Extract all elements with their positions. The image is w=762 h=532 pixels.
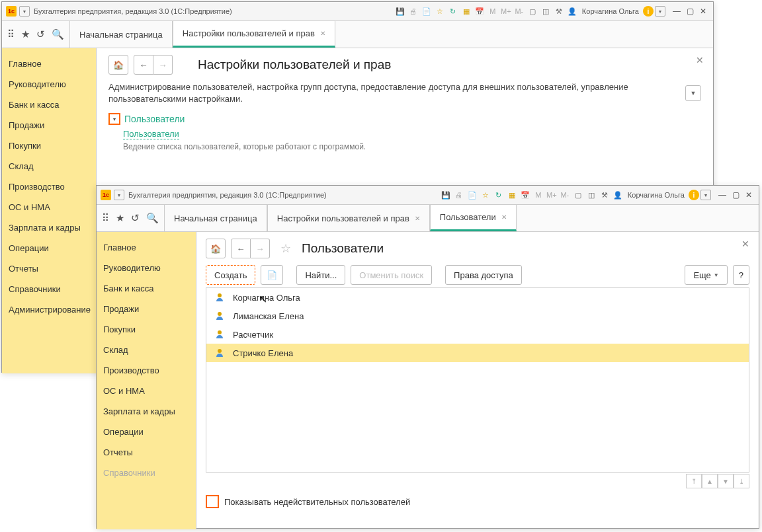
sidebar-item[interactable]: Отчеты xyxy=(2,258,96,279)
grid-icon[interactable]: ⠿ xyxy=(7,28,15,40)
sidebar-item[interactable]: Покупки xyxy=(2,135,96,156)
tab-settings[interactable]: Настройки пользователей и прав✕ xyxy=(267,205,430,231)
calc-icon[interactable]: ▦ xyxy=(506,189,518,201)
create-button[interactable]: Создать xyxy=(206,265,255,285)
copy-button[interactable]: 📄 xyxy=(261,265,283,285)
sidebar-item[interactable]: Продажи xyxy=(97,299,196,319)
info-drop-icon[interactable]: ▼ xyxy=(700,190,711,200)
page-top-button[interactable]: ⤒ xyxy=(686,474,702,488)
tab-settings[interactable]: Настройки пользователей и прав✕ xyxy=(173,21,335,48)
calendar-icon[interactable]: 📅 xyxy=(474,5,486,17)
page-up-button[interactable]: ▲ xyxy=(702,474,718,488)
doc-icon[interactable]: 📄 xyxy=(466,189,478,201)
panels-icon[interactable]: ◫ xyxy=(540,5,552,17)
sidebar-item[interactable]: Администрирование xyxy=(2,299,96,320)
print-icon[interactable]: 🖨 xyxy=(453,189,465,201)
chevron-down-icon[interactable]: ▾ xyxy=(108,113,120,125)
page-down-button[interactable]: ▼ xyxy=(718,474,734,488)
list-item[interactable]: Расчетчик xyxy=(206,325,749,344)
sidebar-item[interactable]: Руководителю xyxy=(97,258,196,278)
window-icon[interactable]: ▢ xyxy=(527,5,538,17)
history-icon[interactable]: ↺ xyxy=(131,212,140,224)
more-button[interactable]: Еще▼ xyxy=(685,265,727,285)
print-icon[interactable]: 🖨 xyxy=(407,5,419,17)
back-button[interactable]: ← xyxy=(134,55,153,75)
help-button[interactable]: ? xyxy=(733,265,749,285)
sidebar-item[interactable]: Главное xyxy=(2,54,96,74)
sidebar-item[interactable]: Банк и касса xyxy=(2,95,96,115)
sidebar-item[interactable]: Операции xyxy=(2,238,96,258)
search-icon[interactable]: 🔍 xyxy=(146,212,159,224)
cancel-search-button[interactable]: Отменить поиск xyxy=(351,265,432,285)
sidebar-item[interactable]: Справочники xyxy=(2,279,96,299)
minimize-button[interactable]: — xyxy=(671,5,683,17)
app-menu-icon[interactable]: ▼ xyxy=(114,190,124,200)
search-icon[interactable]: 🔍 xyxy=(52,28,64,40)
m-icon[interactable]: M xyxy=(532,189,544,201)
minimize-button[interactable]: — xyxy=(716,189,728,201)
show-inactive-checkbox[interactable] xyxy=(206,495,219,508)
list-item[interactable]: Лиманская Елена xyxy=(206,307,749,325)
back-button[interactable]: ← xyxy=(231,239,251,258)
save-icon[interactable]: 💾 xyxy=(440,189,452,201)
close-icon[interactable]: ✕ xyxy=(501,213,507,221)
tool-icon[interactable]: ⚒ xyxy=(599,189,611,201)
sidebar-item[interactable]: Отчеты xyxy=(97,442,196,463)
home-button[interactable]: 🏠 xyxy=(206,239,226,258)
close-button[interactable]: ✕ xyxy=(743,189,755,201)
grid-icon[interactable]: ⠿ xyxy=(102,212,109,224)
sidebar-item[interactable]: Зарплата и кадры xyxy=(2,217,96,238)
star-icon[interactable]: ☆ xyxy=(434,5,446,17)
save-icon[interactable]: 💾 xyxy=(394,5,406,17)
tool-icon[interactable]: ⚒ xyxy=(553,5,565,17)
m-minus-icon[interactable]: M- xyxy=(513,5,525,17)
star-icon[interactable]: ☆ xyxy=(480,189,491,201)
forward-button[interactable]: → xyxy=(153,55,173,75)
sidebar-item[interactable]: Банк и касса xyxy=(97,278,196,299)
m-plus-icon[interactable]: M+ xyxy=(546,189,558,201)
panels-icon[interactable]: ◫ xyxy=(585,189,597,201)
sidebar-item[interactable]: Продажи xyxy=(2,115,96,135)
close-button[interactable]: ✕ xyxy=(697,5,709,17)
m-plus-icon[interactable]: M+ xyxy=(500,5,512,17)
refresh-icon[interactable]: ↻ xyxy=(447,5,459,17)
info-icon[interactable]: i xyxy=(689,190,699,200)
dropdown-button[interactable]: ▼ xyxy=(685,85,701,101)
sidebar-item[interactable]: Склад xyxy=(97,340,196,360)
tab-start[interactable]: Начальная страница xyxy=(164,205,267,231)
list-item[interactable]: Корчагина Ольга xyxy=(206,288,749,307)
calendar-icon[interactable]: 📅 xyxy=(519,189,531,201)
sidebar-item[interactable]: Главное xyxy=(97,237,196,258)
doc-icon[interactable]: 📄 xyxy=(421,5,433,17)
favorite-icon[interactable]: ★ xyxy=(21,28,30,40)
sidebar-item[interactable]: Производство xyxy=(97,360,196,381)
tab-users[interactable]: Пользователи✕ xyxy=(430,205,517,231)
app-menu-icon[interactable]: ▼ xyxy=(19,6,30,17)
sidebar-item[interactable]: ОС и НМА xyxy=(97,381,196,401)
m-minus-icon[interactable]: M- xyxy=(559,189,571,201)
sidebar-item[interactable]: Справочники xyxy=(97,463,196,483)
sidebar-item[interactable]: Производство xyxy=(2,176,96,197)
calc-icon[interactable]: ▦ xyxy=(460,5,472,17)
forward-button[interactable]: → xyxy=(251,239,270,258)
list-item[interactable]: Стричко Елена xyxy=(206,344,749,362)
home-button[interactable]: 🏠 xyxy=(108,55,128,75)
info-icon[interactable]: i xyxy=(643,6,654,17)
window-icon[interactable]: ▢ xyxy=(572,189,584,201)
sidebar-item[interactable]: Склад xyxy=(2,156,96,176)
info-drop-icon[interactable]: ▼ xyxy=(655,6,665,17)
tab-start[interactable]: Начальная страница xyxy=(69,21,173,48)
history-icon[interactable]: ↺ xyxy=(36,28,45,40)
page-bottom-button[interactable]: ⤓ xyxy=(734,474,749,488)
sidebar-item[interactable]: Зарплата и кадры xyxy=(97,401,196,422)
m-icon[interactable]: M xyxy=(487,5,499,17)
star-outline-icon[interactable]: ☆ xyxy=(280,241,291,256)
close-page-button[interactable]: ✕ xyxy=(741,239,749,249)
users-link[interactable]: Пользователи xyxy=(123,129,179,139)
find-button[interactable]: Найти... xyxy=(296,265,345,285)
refresh-icon[interactable]: ↻ xyxy=(493,189,505,201)
maximize-button[interactable]: ▢ xyxy=(730,189,741,201)
close-icon[interactable]: ✕ xyxy=(415,215,420,222)
sidebar-item[interactable]: Операции xyxy=(97,422,196,442)
favorite-icon[interactable]: ★ xyxy=(116,212,124,224)
